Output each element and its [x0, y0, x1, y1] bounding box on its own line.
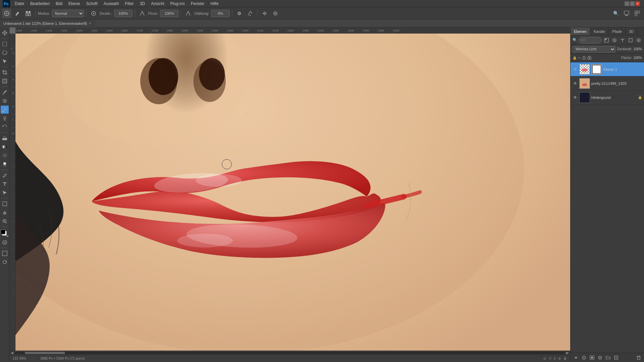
arrange-icon[interactable]: [633, 9, 642, 18]
history-brush-tool[interactable]: [1, 123, 9, 131]
pressure-opacity-icon[interactable]: [138, 9, 147, 18]
menu-datei[interactable]: Datei: [12, 1, 27, 7]
add-style-icon[interactable]: [581, 354, 587, 361]
menu-ebene[interactable]: Ebene: [66, 1, 83, 7]
info-icon[interactable]: ℹ: [554, 357, 555, 360]
layer-search-input[interactable]: [581, 38, 599, 42]
menu-auswahl[interactable]: Auswahl: [101, 1, 121, 7]
close-button[interactable]: ✕: [635, 1, 640, 6]
horizontal-scrollbar[interactable]: ◀ ▶: [9, 351, 570, 355]
object-selection-tool[interactable]: [1, 57, 9, 65]
lock-position-icon[interactable]: [582, 56, 586, 60]
tab-pfade[interactable]: Pfade: [609, 27, 626, 35]
blur-tool[interactable]: [1, 152, 9, 160]
add-layer-icon[interactable]: ⊕: [558, 357, 561, 360]
delete-icon[interactable]: 🗑: [564, 357, 567, 360]
mode-dropdown[interactable]: Normal Auflösen Abdunkeln Multiplizieren: [52, 10, 84, 17]
menu-filter[interactable]: Filter: [122, 1, 137, 7]
folder-icon[interactable]: [605, 354, 611, 361]
filter-adjustment-icon[interactable]: [611, 37, 618, 44]
blending-mode-dropdown[interactable]: Weiches Licht Normal Auflösen Multiplizi…: [573, 46, 615, 53]
document-tab[interactable]: Unbenannt-1 bei 122% (Ebene 1, Ebenenmas…: [0, 19, 95, 27]
deckkraft-input[interactable]: [114, 10, 132, 17]
hand-tool[interactable]: [1, 208, 9, 217]
workspace-icon[interactable]: [622, 9, 631, 18]
add-adjustment-icon[interactable]: [597, 354, 603, 361]
layer-search-box[interactable]: [579, 37, 602, 44]
menu-fenster[interactable]: Fenster: [188, 1, 207, 7]
brush-main-tool[interactable]: [1, 106, 9, 114]
eraser-tool[interactable]: [1, 134, 9, 142]
layer-visibility-toggle[interactable]: 👁: [573, 67, 578, 72]
gradient-tool[interactable]: [1, 143, 9, 151]
angle-icon[interactable]: [246, 9, 255, 18]
minimize-button[interactable]: ─: [625, 1, 629, 6]
link-layers-icon[interactable]: [573, 354, 579, 361]
marquee-tool[interactable]: [1, 40, 9, 48]
brush-tool-icon[interactable]: [2, 9, 11, 18]
rotate-view-icon[interactable]: [1, 258, 9, 266]
lasso-tool[interactable]: [1, 49, 9, 57]
text-tool[interactable]: [1, 180, 9, 188]
menu-bearbeiten[interactable]: Bearbeiten: [28, 1, 52, 7]
lock-paint-icon[interactable]: ✏: [578, 56, 581, 60]
shape-tool[interactable]: [1, 200, 9, 208]
lock-transparent-icon[interactable]: 🔒: [573, 56, 577, 60]
filter-smart-icon[interactable]: [635, 37, 642, 44]
tool-brush-icon[interactable]: [13, 9, 22, 18]
path-select-tool[interactable]: [1, 189, 9, 197]
crop-tool[interactable]: [1, 68, 9, 76]
tab-close-button[interactable]: ×: [89, 21, 91, 25]
eyedropper-tool[interactable]: [1, 88, 9, 96]
dodge-tool[interactable]: [1, 160, 9, 168]
flow-pressure-icon[interactable]: [183, 9, 193, 18]
menu-bild[interactable]: Bild: [53, 1, 65, 7]
scroll-right-button[interactable]: ▶: [566, 351, 569, 355]
zoom-tool[interactable]: [1, 217, 9, 225]
filter-shape-icon[interactable]: [627, 37, 634, 44]
frame-tool[interactable]: [1, 77, 9, 85]
move-tool[interactable]: [1, 29, 9, 37]
search-icon[interactable]: 🔍: [611, 9, 621, 18]
foreground-background-colors[interactable]: ⇄: [1, 230, 9, 238]
navigator-icon[interactable]: ⊟: [543, 357, 546, 360]
add-mask-icon[interactable]: [589, 354, 595, 361]
menu-3d[interactable]: 3D: [137, 1, 148, 7]
layer-item[interactable]: 👁 pretty-2111499_1920: [571, 76, 644, 90]
smoothing-options-icon[interactable]: ⚙: [235, 9, 244, 18]
menu-schrift[interactable]: Schrift: [84, 1, 100, 7]
menu-ansicht[interactable]: Ansicht: [148, 1, 167, 7]
quick-mask-tool[interactable]: [1, 238, 9, 246]
scroll-left-button[interactable]: ◀: [11, 351, 13, 355]
tool-options-icon[interactable]: [23, 9, 33, 18]
screen-mode-icon[interactable]: [1, 249, 9, 257]
airbrush-icon[interactable]: [89, 9, 98, 18]
layer-item[interactable]: 👁: [571, 62, 644, 76]
symmetry-icon[interactable]: [260, 9, 269, 18]
tab-3d[interactable]: 3D: [626, 27, 637, 35]
svg-rect-16: [3, 42, 7, 46]
history-icon[interactable]: ↺: [549, 357, 551, 360]
menu-plugins[interactable]: Plug-ins: [168, 1, 187, 7]
fluss-input[interactable]: [160, 10, 178, 17]
tab-kanaele[interactable]: Kanäle: [590, 27, 609, 35]
heal-tool[interactable]: [1, 97, 9, 105]
glaettung-input[interactable]: [211, 10, 230, 17]
swap-colors-icon[interactable]: ⇄: [6, 235, 9, 238]
filter-pixel-icon[interactable]: [603, 37, 610, 44]
canvas-main[interactable]: [15, 34, 570, 351]
maximize-button[interactable]: □: [630, 1, 635, 6]
scroll-thumb[interactable]: [25, 352, 65, 354]
delete-layer-icon[interactable]: [635, 354, 642, 361]
menu-hilfe[interactable]: Hilfe: [208, 1, 221, 7]
extra-tool-icon[interactable]: [271, 9, 280, 18]
clone-stamp-tool[interactable]: [1, 114, 9, 122]
filter-type-icon[interactable]: [619, 37, 626, 44]
layer-visibility-toggle[interactable]: 👁: [573, 95, 578, 100]
new-layer-icon[interactable]: [613, 354, 620, 361]
tab-ebenen[interactable]: Ebenen: [571, 27, 590, 35]
pen-tool[interactable]: [1, 171, 9, 179]
layer-visibility-toggle[interactable]: 👁: [573, 81, 578, 86]
layer-item[interactable]: 👁 Hintergrund 🔒: [571, 90, 644, 105]
lock-all-icon[interactable]: [587, 56, 591, 60]
